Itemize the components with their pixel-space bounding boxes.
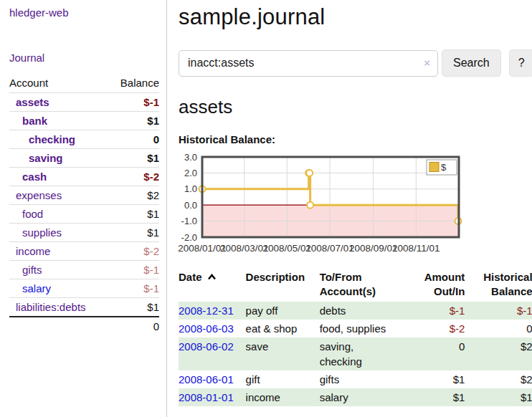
register-header-description: Description: [246, 269, 320, 302]
app-title-link[interactable]: hledger-web: [9, 6, 159, 19]
account-balance: $1: [109, 205, 159, 224]
account-balance: $-1: [109, 261, 159, 279]
account-link[interactable]: liabilities:debts: [16, 301, 86, 313]
txn-date-link[interactable]: 2008-06-03: [179, 322, 234, 335]
register-header-historical: HistoricalBalance: [466, 269, 532, 302]
txn-date-cell: 2008-06-03: [179, 320, 246, 337]
account-balance: $-2: [109, 168, 159, 186]
account-row: supplies$1: [9, 224, 159, 242]
txn-description: gift: [246, 370, 320, 388]
help-button[interactable]: ?: [509, 49, 532, 77]
account-link[interactable]: assets: [16, 96, 49, 108]
svg-text:$: $: [441, 162, 447, 173]
historical-balance-chart: 3.02.01.00.0-1.0-2.02008/01/012008/03/01…: [174, 150, 532, 262]
txn-description: income: [246, 388, 320, 406]
txn-date-cell: 2008-06-02: [179, 337, 246, 370]
txn-date-cell: 2008-01-01: [179, 388, 246, 406]
account-link[interactable]: food: [22, 208, 43, 220]
register-header-amount: AmountOut/In: [412, 269, 467, 302]
account-cell: expenses: [9, 186, 109, 205]
clear-search-icon[interactable]: ×: [424, 57, 430, 68]
txn-amount: $-1: [412, 302, 467, 320]
svg-text:1.0: 1.0: [184, 183, 197, 194]
account-balance: $2: [109, 186, 159, 205]
account-cell: saving: [9, 149, 109, 168]
account-row: checking0: [9, 130, 159, 149]
txn-balance: $2: [466, 337, 532, 370]
account-link[interactable]: expenses: [16, 189, 62, 201]
txn-date-link[interactable]: 2008-06-01: [179, 373, 234, 385]
txn-accounts: salary: [320, 388, 412, 406]
account-cell: liabilities:debts: [9, 298, 109, 317]
account-cell: gifts: [9, 261, 109, 279]
account-row: salary$-1: [9, 279, 159, 298]
data-point-marker: [307, 202, 313, 208]
txn-balance: $1: [466, 388, 532, 406]
transaction-row: 2008-06-01giftgifts$1$2: [179, 370, 532, 388]
account-link[interactable]: cash: [22, 171, 47, 183]
register-header-to-from: To/FromAccount(s): [320, 269, 412, 302]
account-heading: assets: [179, 96, 532, 118]
account-balance: $-1: [109, 279, 159, 298]
txn-date-cell: 2008-06-01: [179, 370, 246, 388]
accounts-total-row: 0: [9, 317, 159, 335]
account-row: assets$-1: [9, 93, 159, 112]
account-link[interactable]: gifts: [22, 264, 42, 276]
data-point-marker: [306, 170, 313, 176]
txn-amount: $1: [412, 370, 467, 388]
account-link[interactable]: salary: [22, 282, 51, 294]
accounts-table: Account Balance assets$-1bank$1checking0…: [9, 75, 159, 335]
svg-text:2008/03/01: 2008/03/01: [220, 243, 269, 254]
txn-accounts: gifts: [320, 370, 412, 388]
transaction-row: 2008-06-03eat & shopfood, supplies$-20: [179, 320, 532, 337]
register-header-date[interactable]: Date: [179, 269, 246, 302]
account-link[interactable]: checking: [29, 133, 75, 145]
account-balance: 0: [109, 130, 159, 149]
accounts-total-value: 0: [109, 317, 159, 335]
svg-text:2008/01/01: 2008/01/01: [178, 243, 227, 254]
search-input[interactable]: [179, 50, 438, 77]
account-row: food$1: [9, 205, 159, 224]
legend-swatch: [429, 163, 439, 172]
account-cell: income: [9, 242, 109, 261]
account-cell: food: [9, 205, 109, 224]
account-row: gifts$-1: [9, 261, 159, 279]
accounts-header-balance: Balance: [109, 75, 159, 93]
account-balance: $1: [109, 224, 159, 242]
chart-label: Historical Balance:: [179, 133, 532, 145]
txn-date-link[interactable]: 2008-12-31: [179, 305, 234, 317]
txn-date-link[interactable]: 2008-01-01: [179, 391, 234, 403]
chart-legend: $: [427, 160, 457, 175]
accounts-total-spacer: [9, 317, 109, 335]
txn-amount: 0: [412, 337, 467, 370]
account-balance: $1: [109, 298, 159, 317]
account-link[interactable]: bank: [22, 115, 47, 127]
journal-link[interactable]: Journal: [9, 52, 159, 64]
account-balance: $-2: [109, 242, 159, 261]
sidebar: hledger-web Journal Account Balance asse…: [0, 0, 167, 417]
svg-text:2008/11/01: 2008/11/01: [392, 243, 440, 254]
search-form: × Search ?: [179, 49, 532, 77]
search-box: ×: [179, 50, 438, 77]
accounts-header-row: Account Balance: [9, 75, 159, 93]
hledger-web-app: hledger-web Journal Account Balance asse…: [0, 0, 532, 417]
account-link[interactable]: supplies: [22, 226, 62, 239]
account-row: bank$1: [9, 112, 159, 130]
account-link[interactable]: saving: [29, 152, 63, 164]
txn-accounts: saving,checking: [320, 337, 412, 370]
svg-text:0.0: 0.0: [184, 200, 197, 211]
txn-balance: 0: [466, 320, 532, 337]
txn-description: eat & shop: [246, 320, 320, 337]
account-cell: cash: [9, 168, 109, 186]
account-link[interactable]: income: [16, 245, 50, 257]
txn-amount: $-2: [412, 320, 467, 337]
page-title: sample.journal: [179, 4, 532, 30]
search-button[interactable]: Search: [442, 49, 501, 77]
txn-date-link[interactable]: 2008-06-02: [179, 340, 234, 353]
account-row: saving$1: [9, 149, 159, 168]
txn-accounts: food, supplies: [320, 320, 412, 337]
account-cell: supplies: [9, 224, 109, 242]
account-row: liabilities:debts$1: [9, 298, 159, 317]
account-cell: assets: [9, 93, 109, 112]
sort-asc-icon: [207, 274, 217, 280]
